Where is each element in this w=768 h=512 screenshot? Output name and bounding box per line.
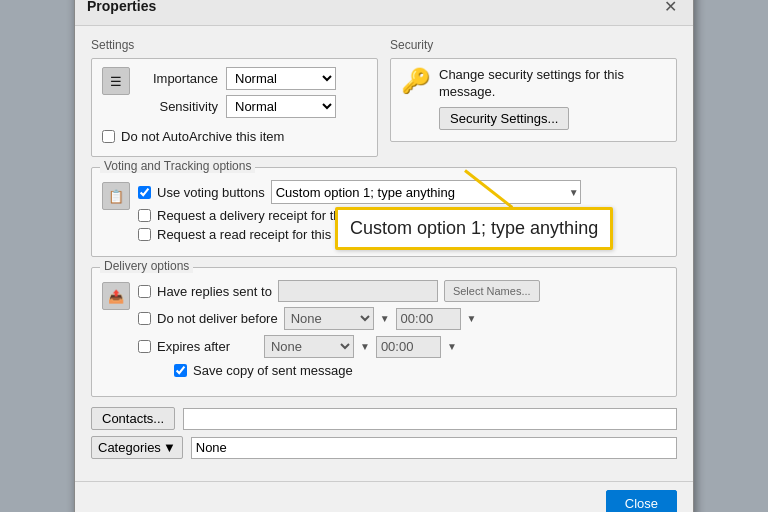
categories-field[interactable] xyxy=(191,437,677,459)
voting-label: Voting and Tracking options xyxy=(100,159,255,173)
voting-dropdown-wrapper: ▼ xyxy=(271,180,581,204)
settings-label: Settings xyxy=(91,38,378,52)
deliver-time-arrow-icon: ▼ xyxy=(467,313,477,324)
security-icon: 🔑 xyxy=(401,67,431,95)
expires-time-field[interactable] xyxy=(376,336,441,358)
security-settings-button[interactable]: Security Settings... xyxy=(439,107,569,130)
delivery-receipt-checkbox[interactable] xyxy=(138,209,151,222)
categories-label: Categories xyxy=(98,440,161,455)
title-bar: Properties ✕ xyxy=(75,0,693,26)
select-names-button[interactable]: Select Names... xyxy=(444,280,540,302)
save-copy-label: Save copy of sent message xyxy=(193,363,353,378)
do-not-deliver-checkbox[interactable] xyxy=(138,312,151,325)
sensitivity-label: Sensitivity xyxy=(138,99,218,114)
security-row: 🔑 Change security settings for this mess… xyxy=(401,67,666,130)
autoarchive-checkbox[interactable] xyxy=(102,130,115,143)
dialog-title: Properties xyxy=(87,0,156,14)
read-receipt-row: Request a read receipt for this message xyxy=(138,227,666,242)
delivery-icon: 📤 xyxy=(102,282,130,310)
settings-box: ☰ Importance Normal Low High xyxy=(91,58,378,157)
contacts-field[interactable] xyxy=(183,408,677,430)
settings-fields: Importance Normal Low High Sensitivity xyxy=(138,67,336,123)
use-voting-row: Use voting buttons ▼ xyxy=(138,180,666,204)
replies-to-field[interactable] xyxy=(278,280,438,302)
expires-after-label: Expires after xyxy=(157,339,230,354)
autoarchive-label: Do not AutoArchive this item xyxy=(121,129,284,144)
sensitivity-select[interactable]: Normal Personal Private Confidential xyxy=(226,95,336,118)
sensitivity-row: Sensitivity Normal Personal Private Conf… xyxy=(138,95,336,118)
voting-inner: 📋 Use voting buttons ▼ Request a deliver… xyxy=(102,180,666,246)
delivery-receipt-row: Request a delivery receipt for this mess… xyxy=(138,208,666,223)
categories-button[interactable]: Categories ▼ xyxy=(91,436,183,459)
have-replies-row: Have replies sent to Select Names... xyxy=(138,280,666,302)
voting-buttons-input[interactable] xyxy=(271,180,581,204)
deliver-date-select[interactable]: None xyxy=(284,307,374,330)
security-box: 🔑 Change security settings for this mess… xyxy=(390,58,677,142)
close-button[interactable]: ✕ xyxy=(659,0,681,17)
read-receipt-label: Request a read receipt for this message xyxy=(157,227,388,242)
do-not-deliver-label: Do not deliver before xyxy=(157,311,278,326)
top-sections: Settings ☰ Importance Normal Low High xyxy=(91,38,677,157)
expires-after-checkbox[interactable] xyxy=(138,340,151,353)
importance-row: Importance Normal Low High xyxy=(138,67,336,90)
delivery-section: Delivery options 📤 Have replies sent to … xyxy=(91,267,677,397)
have-replies-label: Have replies sent to xyxy=(157,284,272,299)
security-section: Security 🔑 Change security settings for … xyxy=(390,38,677,157)
dialog-footer: Close xyxy=(75,481,693,512)
security-label: Security xyxy=(390,38,677,52)
deliver-arrow-icon: ▼ xyxy=(380,313,390,324)
use-voting-checkbox[interactable] xyxy=(138,186,151,199)
security-description: Change security settings for this messag… xyxy=(439,67,666,101)
expires-time-arrow-icon: ▼ xyxy=(447,341,457,352)
security-content: Change security settings for this messag… xyxy=(439,67,666,130)
settings-section: Settings ☰ Importance Normal Low High xyxy=(91,38,378,157)
importance-select[interactable]: Normal Low High xyxy=(226,67,336,90)
autoarchive-row: Do not AutoArchive this item xyxy=(102,129,367,144)
categories-arrow-icon[interactable]: ▼ xyxy=(163,440,176,455)
voting-checkboxes: Use voting buttons ▼ Request a delivery … xyxy=(138,180,666,246)
voting-section: Voting and Tracking options 📋 Use voting… xyxy=(91,167,677,257)
expires-arrow-icon: ▼ xyxy=(360,341,370,352)
delivery-label: Delivery options xyxy=(100,259,193,273)
categories-row: Categories ▼ xyxy=(91,436,677,459)
expires-after-row: Expires after None ▼ ▼ xyxy=(138,335,666,358)
delivery-receipt-label: Request a delivery receipt for this mess… xyxy=(157,208,406,223)
properties-dialog: Properties ✕ Settings ☰ Importance Norma… xyxy=(74,0,694,512)
have-replies-checkbox[interactable] xyxy=(138,285,151,298)
voting-icon: 📋 xyxy=(102,182,130,210)
delivery-checkboxes: Have replies sent to Select Names... Do … xyxy=(138,280,666,386)
delivery-inner: 📤 Have replies sent to Select Names... D… xyxy=(102,280,666,386)
read-receipt-checkbox[interactable] xyxy=(138,228,151,241)
close-dialog-button[interactable]: Close xyxy=(606,490,677,512)
deliver-time-field[interactable] xyxy=(396,308,461,330)
settings-icon: ☰ xyxy=(102,67,130,95)
save-copy-checkbox[interactable] xyxy=(174,364,187,377)
contacts-button[interactable]: Contacts... xyxy=(91,407,175,430)
contacts-row: Contacts... xyxy=(91,407,677,430)
use-voting-label: Use voting buttons xyxy=(157,185,265,200)
do-not-deliver-row: Do not deliver before None ▼ ▼ xyxy=(138,307,666,330)
dialog-body: Settings ☰ Importance Normal Low High xyxy=(75,26,693,481)
save-copy-row: Save copy of sent message xyxy=(174,363,666,378)
importance-label: Importance xyxy=(138,71,218,86)
expires-date-select[interactable]: None xyxy=(264,335,354,358)
